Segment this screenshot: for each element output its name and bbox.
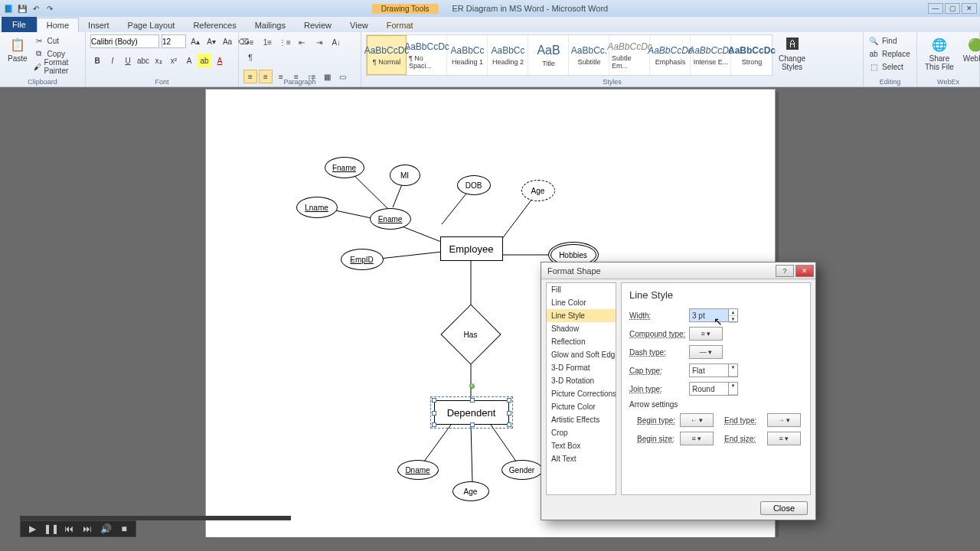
sort-button[interactable]: A↓ [329, 36, 343, 50]
style-emphasis[interactable]: AaBbCcDcEmphasis [651, 35, 691, 75]
style-subtle-em[interactable]: AaBbCcDcSubtle Em... [610, 35, 650, 75]
nav-artistic[interactable]: Artistic Effects [547, 413, 616, 426]
tab-home[interactable]: Home [37, 18, 79, 32]
er-rel-has[interactable]: Has [449, 313, 492, 356]
italic-button[interactable]: I [106, 54, 119, 67]
font-color-button[interactable]: A [213, 54, 227, 67]
er-entity-dependent[interactable]: Dependent [434, 400, 509, 425]
tab-format[interactable]: Format [377, 18, 423, 32]
save-icon[interactable]: 💾 [17, 3, 28, 14]
er-attr-mi[interactable]: MI [390, 165, 420, 186]
replace-button[interactable]: abReplace [868, 47, 910, 60]
nav-fill[interactable]: Fill [547, 283, 616, 296]
multilevel-button[interactable]: ⋮≡ [278, 36, 292, 50]
styles-gallery[interactable]: AaBbCcDc¶ Normal AaBbCcDc¶ No Spaci... A… [366, 34, 773, 76]
cap-combo[interactable]: Flat [689, 364, 729, 377]
close-button[interactable]: ✕ [962, 3, 977, 14]
bold-button[interactable]: B [90, 54, 104, 67]
er-attr-dname[interactable]: Dname [397, 460, 439, 480]
nav-3d-format[interactable]: 3-D Format [547, 361, 616, 374]
font-name-input[interactable] [90, 34, 159, 48]
font-size-input[interactable] [162, 34, 186, 48]
show-marks-button[interactable]: ¶ [243, 51, 257, 64]
underline-button[interactable]: U [121, 54, 135, 67]
er-attr-empid[interactable]: EmpID [341, 249, 384, 270]
dialog-close-button[interactable]: ✕ [795, 265, 814, 277]
style-heading2[interactable]: AaBbCcHeading 2 [488, 35, 528, 75]
er-attr-dob[interactable]: DOB [457, 175, 491, 195]
shrink-font-button[interactable]: A▾ [204, 34, 218, 48]
er-entity-employee[interactable]: Employee [440, 236, 503, 261]
nav-shadow[interactable]: Shadow [547, 322, 616, 335]
er-attr-age[interactable]: Age [521, 180, 555, 201]
width-input[interactable]: 3 pt [689, 308, 729, 322]
style-no-spacing[interactable]: AaBbCcDc¶ No Spaci... [407, 35, 447, 75]
media-play-button[interactable]: ▶ [25, 523, 39, 534]
media-prev-button[interactable]: ⏮ [62, 523, 76, 534]
media-volume-button[interactable]: 🔊 [99, 523, 113, 534]
er-attr-fname[interactable]: Fname [325, 157, 364, 178]
bullets-button[interactable]: •≡ [243, 36, 257, 50]
tab-review[interactable]: Review [295, 18, 341, 32]
er-attr-gender[interactable]: Gender [501, 460, 543, 480]
tab-insert[interactable]: Insert [79, 18, 119, 32]
increase-indent-button[interactable]: ⇥ [312, 36, 326, 50]
nav-alt-text[interactable]: Alt Text [547, 452, 616, 465]
highlight-button[interactable]: ab [198, 54, 211, 67]
nav-line-style[interactable]: Line Style [547, 309, 616, 322]
dialog-title-bar[interactable]: Format Shape ? ✕ [541, 262, 815, 279]
media-stop-button[interactable]: ■ [117, 523, 131, 534]
share-file-button[interactable]: 🌐Share This File [922, 34, 957, 73]
cap-dd[interactable]: ▼ [729, 364, 738, 377]
change-case-button[interactable]: Aa [220, 34, 234, 48]
nav-text-box[interactable]: Text Box [547, 439, 616, 452]
paste-button[interactable]: 📋 Paste [5, 34, 31, 64]
grow-font-button[interactable]: A▴ [188, 34, 202, 48]
style-subtitle[interactable]: AaBbCc.Subtitle [570, 35, 609, 75]
tab-references[interactable]: References [184, 18, 245, 32]
er-attr-lname[interactable]: Lname [296, 197, 338, 218]
nav-reflection[interactable]: Reflection [547, 335, 616, 348]
end-type-combo[interactable]: → ▾ [767, 413, 801, 427]
nav-pic-corrections[interactable]: Picture Corrections [547, 387, 616, 400]
minimize-button[interactable]: — [928, 3, 943, 14]
compound-combo[interactable]: ≡ ▾ [689, 327, 723, 341]
nav-crop[interactable]: Crop [547, 426, 616, 439]
dash-combo[interactable]: — ▾ [689, 345, 723, 359]
tab-file[interactable]: File [2, 17, 37, 32]
cut-button[interactable]: ✂Cut [34, 34, 80, 47]
subscript-button[interactable]: x₂ [152, 54, 165, 67]
end-size-combo[interactable]: ≡ ▾ [767, 432, 801, 445]
text-effects-button[interactable]: A [182, 54, 196, 67]
tab-view[interactable]: View [341, 18, 377, 32]
media-pause-button[interactable]: ❚❚ [44, 523, 57, 534]
er-attr-ename[interactable]: Ename [370, 208, 411, 230]
change-styles-button[interactable]: 🅰 Change Styles [776, 34, 808, 73]
dialog-help-button[interactable]: ? [776, 265, 794, 277]
begin-size-combo[interactable]: ≡ ▾ [680, 432, 714, 445]
decrease-indent-button[interactable]: ⇤ [295, 36, 309, 50]
strike-button[interactable]: abc [136, 54, 150, 67]
tab-page-layout[interactable]: Page Layout [119, 18, 185, 32]
style-normal[interactable]: AaBbCcDc¶ Normal [367, 35, 407, 75]
dialog-close-footer-button[interactable]: Close [760, 501, 808, 515]
superscript-button[interactable]: x² [167, 54, 181, 67]
begin-type-combo[interactable]: ← ▾ [680, 413, 714, 427]
style-intense-e[interactable]: AaBbCcDcIntense E... [691, 35, 731, 75]
document-area[interactable]: Fname MI DOB Age Lname Ename EmpID Hobbi… [0, 87, 980, 537]
nav-glow[interactable]: Glow and Soft Edges [547, 348, 616, 361]
nav-line-color[interactable]: Line Color [547, 296, 616, 309]
undo-icon[interactable]: ↶ [31, 3, 41, 14]
join-dd[interactable]: ▼ [729, 382, 738, 396]
er-attr-age2[interactable]: Age [452, 481, 489, 501]
nav-pic-color[interactable]: Picture Color [547, 400, 616, 413]
tab-mailings[interactable]: Mailings [246, 18, 295, 32]
numbering-button[interactable]: 1≡ [260, 36, 274, 50]
maximize-button[interactable]: ▢ [945, 3, 960, 14]
redo-icon[interactable]: ↷ [44, 3, 55, 14]
nav-3d-rotation[interactable]: 3-D Rotation [547, 374, 616, 387]
media-next-button[interactable]: ⏭ [80, 523, 94, 534]
webex-button[interactable]: 🟢WebEx [960, 34, 980, 64]
format-painter-button[interactable]: 🖌Format Painter [34, 60, 80, 73]
dialog-nav[interactable]: Fill Line Color Line Style Shadow Reflec… [546, 282, 616, 495]
